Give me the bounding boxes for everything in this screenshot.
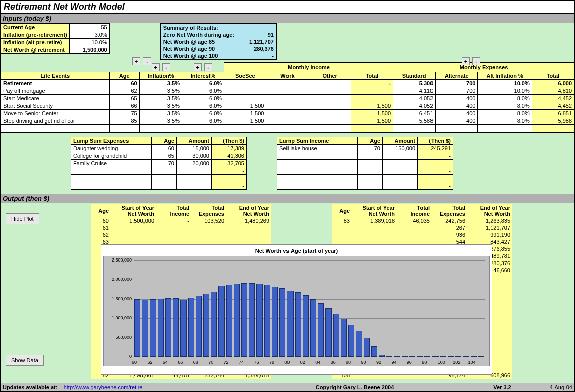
lump-age[interactable] bbox=[152, 167, 177, 174]
life-inf[interactable]: 3.5% bbox=[139, 109, 182, 117]
life-altinf[interactable]: 10.0% bbox=[478, 87, 532, 94]
plus-button-3[interactable]: + bbox=[152, 63, 160, 71]
life-int[interactable]: 6.0% bbox=[182, 109, 224, 117]
life-std[interactable] bbox=[393, 124, 436, 132]
life-altinf[interactable]: 10.0% bbox=[478, 79, 532, 87]
life-other[interactable] bbox=[309, 109, 351, 117]
life-alt[interactable]: 700 bbox=[436, 79, 478, 87]
life-altinf[interactable] bbox=[478, 124, 532, 132]
life-alt[interactable]: 400 bbox=[436, 117, 478, 124]
hide-plot-button[interactable]: Hide Plot bbox=[6, 213, 39, 224]
lump-age[interactable]: 65 bbox=[152, 152, 177, 159]
lump-amt[interactable] bbox=[383, 174, 418, 182]
lump-amt[interactable] bbox=[383, 159, 418, 167]
life-soc[interactable]: 1,500 bbox=[224, 109, 266, 117]
life-int[interactable]: 6.0% bbox=[182, 117, 224, 124]
footer-link[interactable]: http://www.garybeene.com/retire bbox=[64, 384, 143, 390]
life-other[interactable] bbox=[309, 124, 351, 132]
lump-amt[interactable] bbox=[177, 174, 212, 182]
life-event[interactable]: Start Social Security bbox=[1, 102, 110, 109]
lump-name[interactable]: Family Cruise bbox=[71, 159, 152, 167]
life-soc[interactable] bbox=[224, 79, 266, 87]
life-event[interactable]: Move to Senior Center bbox=[1, 109, 110, 117]
life-event[interactable]: Retirement bbox=[1, 79, 110, 87]
life-std[interactable]: 4,052 bbox=[393, 94, 436, 102]
lump-amt[interactable] bbox=[177, 182, 212, 189]
lump-amt[interactable] bbox=[383, 167, 418, 174]
life-age[interactable]: 65 bbox=[109, 94, 139, 102]
lump-name[interactable] bbox=[71, 182, 152, 189]
lump-name[interactable]: College for grandchild bbox=[71, 152, 152, 159]
life-inf[interactable]: 3.5% bbox=[139, 87, 182, 94]
val-age[interactable]: 55 bbox=[69, 24, 109, 31]
lump-age[interactable] bbox=[358, 182, 383, 189]
life-age[interactable]: 66 bbox=[109, 102, 139, 109]
life-other[interactable] bbox=[309, 94, 351, 102]
life-work[interactable] bbox=[266, 79, 309, 87]
life-std[interactable]: 5,588 bbox=[393, 117, 436, 124]
life-altinf[interactable]: 8.0% bbox=[478, 102, 532, 109]
life-other[interactable] bbox=[309, 87, 351, 94]
life-age[interactable]: 60 bbox=[109, 79, 139, 87]
lump-name[interactable] bbox=[277, 182, 358, 189]
life-inf[interactable]: 3.5% bbox=[139, 117, 182, 124]
minus-button-2[interactable]: - bbox=[472, 57, 480, 65]
life-inf[interactable] bbox=[139, 124, 182, 132]
life-int[interactable]: 6.0% bbox=[182, 87, 224, 94]
lump-name[interactable] bbox=[277, 159, 358, 167]
life-other[interactable] bbox=[309, 102, 351, 109]
life-soc[interactable]: 1,500 bbox=[224, 117, 266, 124]
minus-button-4[interactable]: - bbox=[204, 63, 212, 71]
life-event[interactable] bbox=[1, 124, 110, 132]
lump-amt[interactable]: 30,000 bbox=[177, 152, 212, 159]
life-int[interactable] bbox=[182, 124, 224, 132]
life-inf[interactable]: 3.5% bbox=[139, 94, 182, 102]
life-int[interactable]: 6.0% bbox=[182, 102, 224, 109]
plus-button[interactable]: + bbox=[132, 57, 140, 65]
lump-name[interactable] bbox=[277, 167, 358, 174]
life-std[interactable]: 6,451 bbox=[393, 109, 436, 117]
life-alt[interactable]: 400 bbox=[436, 94, 478, 102]
lump-age[interactable] bbox=[358, 167, 383, 174]
life-work[interactable] bbox=[266, 109, 309, 117]
lump-name[interactable] bbox=[277, 152, 358, 159]
lump-amt[interactable]: 150,000 bbox=[383, 144, 418, 152]
life-std[interactable]: 4,110 bbox=[393, 87, 436, 94]
val-inf-alt[interactable]: 10.0% bbox=[69, 39, 109, 46]
life-soc[interactable]: 1,500 bbox=[224, 102, 266, 109]
life-soc[interactable] bbox=[224, 94, 266, 102]
plus-button-2[interactable]: + bbox=[462, 57, 470, 65]
lump-age[interactable]: 60 bbox=[152, 144, 177, 152]
life-other[interactable] bbox=[309, 117, 351, 124]
lump-age[interactable] bbox=[358, 174, 383, 182]
lump-age[interactable] bbox=[358, 152, 383, 159]
minus-button[interactable]: - bbox=[143, 57, 151, 65]
life-alt[interactable]: 400 bbox=[436, 102, 478, 109]
life-inf[interactable]: 3.5% bbox=[139, 102, 182, 109]
life-age[interactable]: 75 bbox=[109, 109, 139, 117]
lump-name[interactable]: Sell lake house bbox=[277, 144, 358, 152]
life-age[interactable]: 85 bbox=[109, 117, 139, 124]
life-event[interactable]: Start Medicare bbox=[1, 94, 110, 102]
life-age[interactable]: 62 bbox=[109, 87, 139, 94]
lump-age[interactable] bbox=[152, 182, 177, 189]
life-work[interactable] bbox=[266, 102, 309, 109]
lump-name[interactable] bbox=[71, 167, 152, 174]
life-work[interactable] bbox=[266, 94, 309, 102]
lump-name[interactable] bbox=[277, 174, 358, 182]
lump-age[interactable] bbox=[152, 174, 177, 182]
lump-age[interactable] bbox=[358, 159, 383, 167]
life-inf[interactable]: 3.5% bbox=[139, 79, 182, 87]
life-altinf[interactable]: 8.0% bbox=[478, 94, 532, 102]
life-std[interactable]: 5,300 bbox=[393, 79, 436, 87]
lump-amt[interactable] bbox=[383, 152, 418, 159]
lump-amt[interactable]: 15,000 bbox=[177, 144, 212, 152]
lump-name[interactable] bbox=[71, 174, 152, 182]
show-data-button[interactable]: Show Data bbox=[6, 355, 44, 366]
life-other[interactable] bbox=[309, 79, 351, 87]
val-inf-pre[interactable]: 3.0% bbox=[69, 31, 109, 39]
lump-amt[interactable] bbox=[383, 182, 418, 189]
val-nw-ret[interactable]: 1,500,000 bbox=[69, 46, 109, 54]
lump-amt[interactable]: 20,000 bbox=[177, 159, 212, 167]
lump-age[interactable]: 70 bbox=[358, 144, 383, 152]
